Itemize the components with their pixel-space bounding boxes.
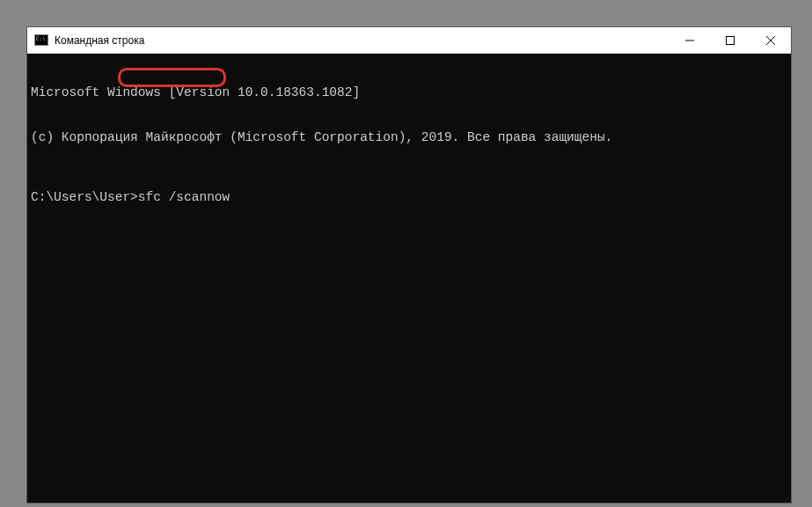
window-titlebar[interactable]: Командная строка — [27, 27, 791, 54]
window-controls — [669, 27, 791, 53]
cmd-icon — [34, 34, 48, 46]
prompt-line: C:\Users\User>sfc /scannow — [31, 190, 787, 205]
copyright-line: (c) Корпорация Майкрософт (Microsoft Cor… — [31, 130, 787, 145]
window-title: Командная строка — [55, 34, 669, 47]
maximize-icon — [726, 36, 735, 45]
command-text: sfc /scannow — [138, 190, 230, 204]
minimize-button[interactable] — [669, 27, 710, 53]
command-prompt-window: Командная строка Microsoft Windows [Vers… — [26, 26, 792, 503]
version-line: Microsoft Windows [Version 10.0.18363.10… — [31, 85, 787, 100]
terminal-output[interactable]: Microsoft Windows [Version 10.0.18363.10… — [27, 54, 791, 503]
prompt-text: C:\Users\User> — [31, 190, 138, 204]
close-button[interactable] — [750, 27, 791, 53]
minimize-icon — [685, 36, 694, 45]
close-icon — [766, 36, 775, 45]
maximize-button[interactable] — [710, 27, 750, 53]
svg-rect-1 — [727, 36, 735, 44]
